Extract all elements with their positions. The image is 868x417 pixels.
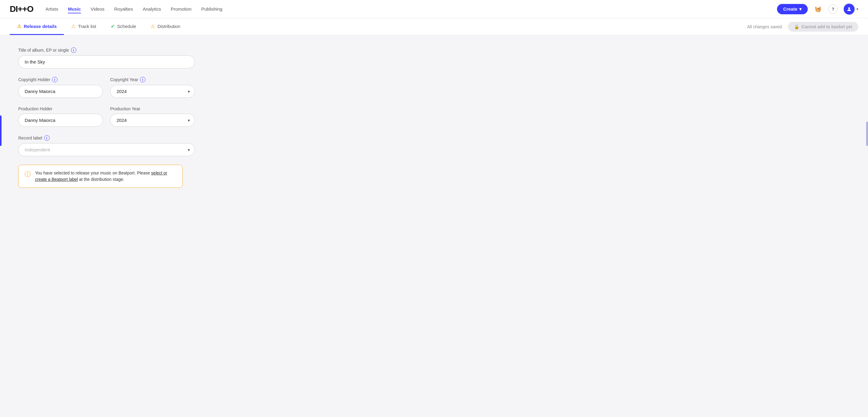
all-saved-text: All changes saved. (747, 24, 783, 29)
nav-right: Create ▾ 🧺 ? ▾ (777, 4, 858, 14)
copyright-year-select[interactable]: 2024 2023 2022 (110, 85, 195, 98)
beatport-info-box: ⓘ You have selected to release your musi… (18, 165, 183, 188)
tab-track-list-label: Track list (78, 24, 96, 29)
nav-videos[interactable]: Videos (91, 6, 105, 13)
left-accent-bar (0, 115, 2, 146)
add-to-basket-button: 🔒 Cannot add to basket yet (788, 22, 858, 32)
lock-icon: 🔒 (794, 24, 799, 29)
track-list-warn-icon: ⚠ (71, 24, 75, 29)
production-year-select[interactable]: 2024 2023 2022 (110, 114, 195, 127)
copyright-holder-input[interactable] (18, 85, 103, 98)
nav-promotion[interactable]: Promotion (171, 6, 191, 13)
main-content: Title of album, EP or single i Copyright… (0, 35, 213, 200)
production-year-field: Production Year 2024 2023 2022 ▾ (110, 106, 195, 127)
chevron-down-icon: ▾ (799, 6, 802, 12)
copyright-holder-label: Copyright Holder i (18, 77, 103, 82)
production-holder-label: Production Holder (18, 106, 103, 111)
svg-point-0 (848, 7, 850, 9)
tabs-left: ⚠ Release details ⚠ Track list ✔ Schedul… (10, 18, 187, 35)
copyright-year-label: Copyright Year i (110, 77, 195, 82)
tab-release-details-label: Release details (24, 24, 57, 29)
copyright-year-wrapper: 2024 2023 2022 ▾ (110, 85, 195, 98)
basket-btn-label: Cannot add to basket yet (802, 24, 852, 29)
basket-icon[interactable]: 🧺 (814, 5, 823, 13)
avatar-chevron-icon[interactable]: ▾ (857, 7, 858, 11)
copyright-holder-info-icon[interactable]: i (52, 77, 58, 82)
nav-analytics[interactable]: Analytics (143, 6, 161, 13)
nav-artists[interactable]: Artists (45, 6, 58, 13)
record-label-wrapper: Independent Other ▾ (18, 143, 195, 156)
release-details-warn-icon: ⚠ (17, 24, 21, 29)
production-holder-input[interactable] (18, 114, 103, 127)
schedule-ok-icon: ✔ (111, 24, 115, 29)
record-label-info-icon[interactable]: i (44, 135, 50, 141)
copyright-year-info-icon[interactable]: i (140, 77, 146, 82)
tab-track-list[interactable]: ⚠ Track list (64, 18, 103, 35)
help-icon[interactable]: ? (829, 5, 838, 14)
record-label-select[interactable]: Independent Other (18, 143, 195, 156)
production-holder-field: Production Holder (18, 106, 103, 127)
distribution-warn-icon: ⚠ (151, 24, 155, 29)
production-year-label: Production Year (110, 106, 195, 111)
record-label-section: Record label i Independent Other ▾ (18, 135, 195, 156)
album-title-info-icon[interactable]: i (71, 47, 76, 53)
scrollbar[interactable] (866, 121, 868, 146)
copyright-holder-field: Copyright Holder i (18, 77, 103, 98)
production-year-wrapper: 2024 2023 2022 ▾ (110, 114, 195, 127)
tab-release-details[interactable]: ⚠ Release details (10, 18, 64, 35)
logo: DI++O (10, 4, 33, 14)
album-title-section: Title of album, EP or single i (18, 47, 195, 68)
tab-schedule[interactable]: ✔ Schedule (103, 18, 144, 35)
tab-distribution[interactable]: ⚠ Distribution (143, 18, 187, 35)
nav-publishing[interactable]: Publishing (201, 6, 222, 13)
nav-music[interactable]: Music (68, 6, 81, 13)
tab-schedule-label: Schedule (117, 24, 136, 29)
nav-royalties[interactable]: Royalties (114, 6, 133, 13)
tabs-right: All changes saved. 🔒 Cannot add to baske… (747, 22, 858, 32)
beatport-info-text: You have selected to release your music … (35, 170, 176, 183)
production-section: Production Holder Production Year 2024 2… (18, 106, 195, 127)
album-title-input[interactable] (18, 55, 195, 68)
beatport-info-icon: ⓘ (25, 170, 31, 178)
record-label-label: Record label i (18, 135, 195, 141)
create-button[interactable]: Create ▾ (777, 4, 808, 14)
tab-distribution-label: Distribution (157, 24, 180, 29)
album-title-label: Title of album, EP or single i (18, 47, 195, 53)
tabs-bar: ⚠ Release details ⚠ Track list ✔ Schedul… (0, 18, 868, 35)
nav-links: Artists Music Videos Royalties Analytics… (45, 6, 777, 12)
top-nav: DI++O Artists Music Videos Royalties Ana… (0, 0, 868, 18)
copyright-year-field: Copyright Year i 2024 2023 2022 ▾ (110, 77, 195, 98)
avatar[interactable] (844, 4, 855, 14)
copyright-section: Copyright Holder i Copyright Year i 2024… (18, 77, 195, 98)
